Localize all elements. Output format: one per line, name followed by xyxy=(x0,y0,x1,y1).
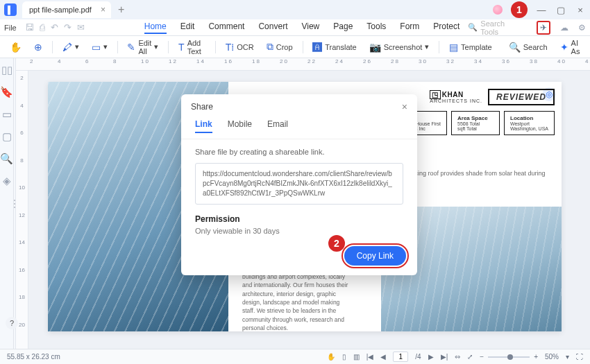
zoom-dropdown-icon[interactable]: ▾ xyxy=(566,353,569,361)
menu-form[interactable]: Form xyxy=(400,21,419,34)
document-tab[interactable]: ppt file-sample.pdf × xyxy=(22,1,111,18)
search-panel-icon[interactable]: 🔍 xyxy=(0,153,13,165)
menu-comment[interactable]: Comment xyxy=(208,21,244,34)
reviewed-stamp: REVIEWED xyxy=(488,89,555,105)
permission-title: Permission xyxy=(195,214,403,224)
view-single-icon[interactable]: ▯ xyxy=(342,353,346,361)
hand-mode-icon[interactable]: ✋ xyxy=(327,353,335,361)
dialog-description: Share file by creating a shareable link. xyxy=(195,148,403,156)
page-total: /4 xyxy=(415,353,421,361)
menu-view[interactable]: View xyxy=(301,21,319,34)
tab-link[interactable]: Link xyxy=(195,119,212,133)
info-box-area: Area Space 5508 Total sqft Total xyxy=(451,111,500,135)
fullscreen-icon[interactable]: ⛶ xyxy=(576,353,583,361)
menu-protect[interactable]: Protect xyxy=(433,21,460,34)
page-area[interactable]: ◎ ◳KHAN ARCHITECTS INC. REVIEWED Name xyxy=(28,71,590,349)
template-button[interactable]: ▤Template xyxy=(445,40,496,54)
copy-link-button[interactable]: Copy Link xyxy=(344,246,406,266)
toolbar: ✋ ⊕ 🖍▾ ▭▾ ✎Edit All ▾ TAdd Text T⁞OCR ⧉C… xyxy=(0,36,590,58)
help-icon[interactable]: ? xyxy=(6,317,18,329)
account-orb-icon[interactable] xyxy=(493,5,503,15)
edit-all-button[interactable]: ✎Edit All ▾ xyxy=(123,37,162,57)
settings-icon[interactable]: ⚙ xyxy=(578,23,586,33)
shape-tool[interactable]: ▭▾ xyxy=(87,40,112,54)
bookmark-icon[interactable]: 🔖 xyxy=(0,86,13,98)
callout-2: 2 xyxy=(328,235,345,252)
share-dialog: Share × Link Mobile Email Share file by … xyxy=(181,94,417,275)
bottom-text: buildings and airport complexes, locally… xyxy=(242,272,353,331)
titlebar: ▌ ppt file-sample.pdf × + 1 — ▢ × xyxy=(0,0,590,19)
first-page-icon[interactable]: |◀ xyxy=(366,353,374,361)
menu-tools[interactable]: Tools xyxy=(366,21,386,34)
ai-assist-button[interactable]: ✦AI As xyxy=(556,37,584,57)
ocr-button[interactable]: T⁞OCR xyxy=(221,40,258,54)
menu-convert[interactable]: Convert xyxy=(258,21,287,34)
page-number-input[interactable] xyxy=(393,352,408,362)
prev-page-icon[interactable]: ◀ xyxy=(380,353,386,361)
app-logo: ▌ xyxy=(4,3,17,16)
permission-subtitle: Only viewable in 30 days xyxy=(195,227,403,235)
save-icon[interactable]: 🖫 xyxy=(25,22,34,33)
tab-email[interactable]: Email xyxy=(267,119,288,133)
coords-readout: 55.85 x 26.23 cm xyxy=(7,353,60,361)
search-tools[interactable]: 🔍 Search Tools xyxy=(468,19,523,36)
tab-mobile[interactable]: Mobile xyxy=(228,119,252,133)
fit-width-icon[interactable]: ⇔ xyxy=(455,353,460,361)
fit-page-icon[interactable]: ⤢ xyxy=(467,353,473,361)
zoom-control[interactable]: − + xyxy=(480,353,538,361)
close-window-icon[interactable]: × xyxy=(575,5,586,15)
info-box-location: Location Westport Washington, USA xyxy=(504,111,555,135)
hand-tool[interactable]: ✋ xyxy=(6,40,26,54)
attachments-icon[interactable]: ▭ xyxy=(2,108,12,121)
ruler-horizontal: 2468101214161820222426283032343638404244… xyxy=(16,58,590,71)
cloud-icon[interactable]: ☁ xyxy=(560,23,568,33)
close-tab-icon[interactable]: × xyxy=(101,5,106,15)
menu-home[interactable]: Home xyxy=(144,21,167,34)
next-page-icon[interactable]: ▶ xyxy=(428,353,434,361)
zoom-in-icon[interactable]: + xyxy=(534,353,538,361)
undo-icon[interactable]: ↶ xyxy=(51,22,58,33)
zoom-slider[interactable] xyxy=(488,356,530,358)
search-icon: 🔍 xyxy=(468,23,478,32)
menubar: File 🖫 ⎙ ↶ ↷ ✉ Home Edit Comment Convert… xyxy=(0,19,590,36)
translate-button[interactable]: 🅰Translate xyxy=(308,40,360,54)
share-url-box[interactable]: https://documentcloud.wondershare.com/cl… xyxy=(195,163,403,205)
last-page-icon[interactable]: ▶| xyxy=(441,353,448,361)
left-rail: ▯▯ 🔖 ▭ ▢ 🔍 ◈ xyxy=(0,58,14,349)
redo-icon[interactable]: ↷ xyxy=(64,22,71,33)
comments-icon[interactable]: ▢ xyxy=(2,130,12,143)
select-tool[interactable]: ⊕ xyxy=(30,40,47,54)
new-tab-button[interactable]: + xyxy=(118,3,124,16)
screenshot-button[interactable]: 📷Screenshot ▾ xyxy=(365,40,434,54)
menu-edit[interactable]: Edit xyxy=(180,21,195,34)
zoom-value[interactable]: 50% xyxy=(545,353,559,361)
file-menu[interactable]: File xyxy=(4,24,17,32)
print-icon[interactable]: ⎙ xyxy=(40,22,45,33)
ruler-vertical: 2468101214161820 xyxy=(16,71,28,349)
statusbar: 55.85 x 26.23 cm ✋ ▯ ▥ |◀ ◀ /4 ▶ ▶| ⇔ ⤢ … xyxy=(0,349,590,364)
dialog-close-icon[interactable]: × xyxy=(402,101,407,112)
dialog-title: Share xyxy=(191,102,213,112)
maximize-icon[interactable]: ▢ xyxy=(555,5,566,15)
crop-button[interactable]: ⧉Crop xyxy=(262,40,297,54)
callout-1: 1 xyxy=(511,1,528,18)
khan-subtitle: ARCHITECTS INC. xyxy=(430,98,482,103)
thumbnails-icon[interactable]: ▯▯ xyxy=(1,64,12,76)
add-text-button[interactable]: TAdd Text xyxy=(174,37,210,57)
view-continuous-icon[interactable]: ▥ xyxy=(353,353,360,361)
highlight-tool[interactable]: 🖍▾ xyxy=(58,40,83,54)
menu-page[interactable]: Page xyxy=(333,21,353,34)
search-button[interactable]: 🔍Search xyxy=(505,40,552,54)
mail-icon[interactable]: ✉ xyxy=(77,22,85,33)
khan-logo: KHAN xyxy=(442,91,464,98)
zoom-out-icon[interactable]: − xyxy=(480,353,484,361)
tab-title: ppt file-sample.pdf xyxy=(29,6,92,14)
minimize-icon[interactable]: — xyxy=(536,5,547,15)
share-icon[interactable]: ✈ xyxy=(540,23,547,33)
workspace: ▯▯ 🔖 ▭ ▢ 🔍 ◈ 246810121416182022242628303… xyxy=(0,58,590,349)
layers-icon[interactable]: ◈ xyxy=(3,175,11,187)
